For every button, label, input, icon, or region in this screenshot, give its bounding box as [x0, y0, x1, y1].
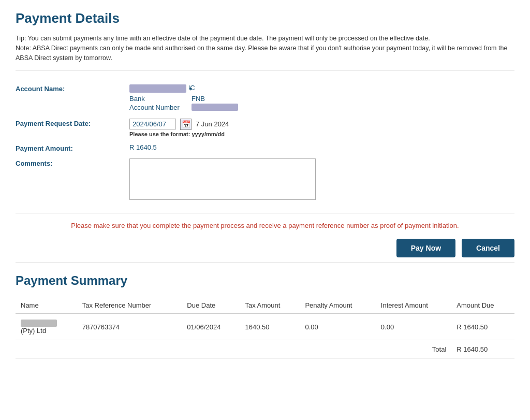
- payment-amount-label: Payment Amount:: [16, 143, 129, 152]
- tip-section: Tip: You can submit payments any time wi…: [16, 34, 514, 63]
- account-name-ic: IC: [188, 84, 195, 92]
- payment-date-label: Payment Request Date:: [16, 119, 129, 127]
- date-row: 📅 7 Jun 2024: [129, 119, 514, 130]
- payment-amount-value: R 1640.5: [129, 143, 514, 151]
- bank-info: Bank FNB Account Number: [129, 95, 514, 111]
- summary-table: Name Tax Reference Number Due Date Tax A…: [16, 297, 514, 359]
- comments-row: Comments:: [16, 158, 514, 201]
- payment-date-input[interactable]: [129, 119, 176, 129]
- cell-name: (Pty) Ltd: [16, 313, 77, 340]
- tip-line1: Tip: You can submit payments any time wi…: [16, 34, 514, 44]
- cell-tax-amount: 1640.50: [240, 313, 300, 340]
- comments-label: Comments:: [16, 158, 129, 167]
- summary-title: Payment Summary: [16, 273, 514, 288]
- divider-top: [16, 70, 514, 70]
- account-name-value: IC ▾ Bank FNB Account Number: [129, 84, 514, 112]
- pay-now-button[interactable]: Pay Now: [396, 239, 455, 257]
- bank-row: Bank FNB: [129, 95, 514, 103]
- col-interest-amount: Interest Amount: [376, 297, 451, 314]
- bank-value: FNB: [192, 95, 205, 103]
- payment-amount-row: Payment Amount: R 1640.5: [16, 143, 514, 152]
- payment-date-value: 📅 7 Jun 2024 Please use the format: yyyy…: [129, 119, 514, 137]
- button-row: Pay Now Cancel: [16, 239, 514, 257]
- total-label: Total: [376, 340, 451, 359]
- cell-amount-due: R 1640.50: [451, 313, 514, 340]
- page-title: Payment Details: [16, 10, 514, 26]
- comments-textarea[interactable]: [129, 158, 316, 200]
- cancel-button[interactable]: Cancel: [462, 239, 514, 257]
- total-empty: [16, 340, 376, 359]
- account-name-row: Account Name: IC ▾ Bank FNB Account Numb…: [16, 84, 514, 112]
- divider-middle: [16, 213, 514, 213]
- account-number-label: Account Number: [129, 104, 192, 111]
- account-number-blurred: [192, 104, 238, 111]
- cell-interest-amount: 0.00: [376, 313, 451, 340]
- calendar-icon[interactable]: 📅: [180, 119, 192, 130]
- col-penalty-amount: Penalty Amount: [300, 297, 375, 314]
- cell-due-date: 01/06/2024: [182, 313, 240, 340]
- table-row: (Pty) Ltd 7870763374 01/06/2024 1640.50 …: [16, 313, 514, 340]
- payment-details-form: Account Name: IC ▾ Bank FNB Account Numb…: [16, 79, 514, 213]
- account-select-wrapper[interactable]: IC ▾: [129, 84, 195, 93]
- account-number-row: Account Number: [129, 104, 514, 111]
- col-name: Name: [16, 297, 77, 314]
- divider-bottom: [16, 263, 514, 263]
- date-display: 7 Jun 2024: [196, 120, 229, 128]
- total-row: Total R 1640.50: [16, 340, 514, 359]
- summary-table-header: Name Tax Reference Number Due Date Tax A…: [16, 297, 514, 314]
- col-due-date: Due Date: [182, 297, 240, 314]
- col-tax-amount: Tax Amount: [240, 297, 300, 314]
- payment-date-row: Payment Request Date: 📅 7 Jun 2024 Pleas…: [16, 119, 514, 137]
- warning-text: Please make sure that you complete the p…: [16, 222, 514, 229]
- col-tax-reference: Tax Reference Number: [77, 297, 182, 314]
- company-name-blurred: [21, 320, 57, 327]
- account-name-blurred-text: [129, 84, 186, 93]
- cell-penalty-amount: 0.00: [300, 313, 375, 340]
- bank-label: Bank: [129, 95, 192, 103]
- account-name-label: Account Name:: [16, 84, 129, 93]
- tip-line2: Note: ABSA Direct payments can only be m…: [16, 44, 514, 63]
- total-value: R 1640.50: [451, 340, 514, 359]
- date-format-hint: Please use the format: yyyy/mm/dd: [129, 131, 514, 137]
- cell-tax-reference: 7870763374: [77, 313, 182, 340]
- col-amount-due: Amount Due: [451, 297, 514, 314]
- comments-field-wrapper: [129, 158, 514, 201]
